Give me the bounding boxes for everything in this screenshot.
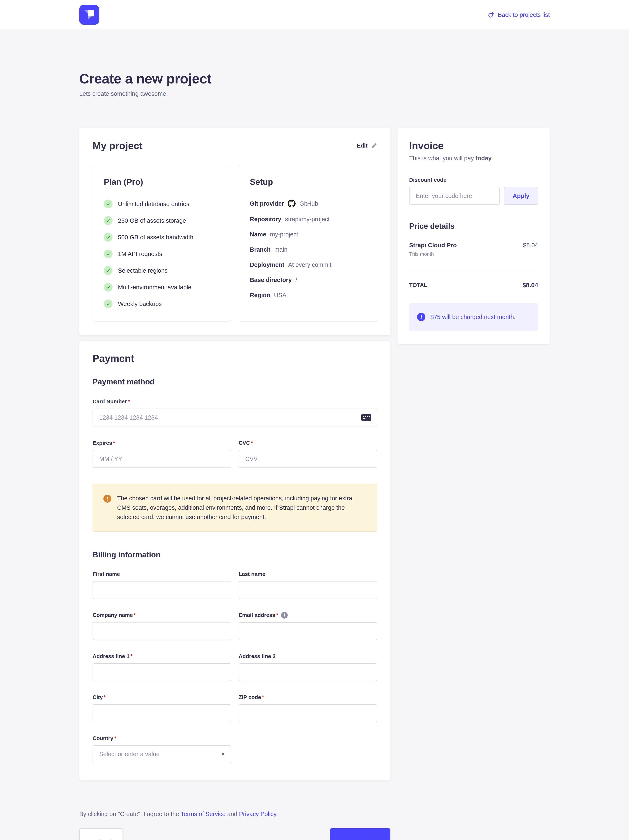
plan-feature-label: Selectable regions (118, 267, 168, 274)
total-label: TOTAL (409, 282, 427, 289)
caret-down-icon: ▾ (222, 751, 224, 758)
total-row: TOTAL $8.04 (409, 282, 538, 289)
billing-field: Address line 2 (238, 653, 377, 681)
pencil-icon (371, 143, 377, 149)
back-to-projects-link[interactable]: Back to projects list (487, 11, 550, 18)
plan-feature-label: Multi-environment available (118, 284, 191, 291)
go-back-button[interactable]: Go back (79, 828, 123, 840)
page-title: Create a new project (79, 71, 550, 87)
billing-field-label-text: City (93, 694, 103, 701)
required-asterisk: * (262, 694, 264, 701)
country-select[interactable]: Select or enter a value ▾ (93, 745, 231, 763)
billing-field-label-text: Company name (93, 612, 133, 618)
billing-input[interactable] (93, 704, 231, 722)
warning-icon: ! (103, 495, 111, 503)
warning-text: The chosen card will be used for all pro… (117, 494, 366, 522)
billing-input[interactable] (238, 704, 377, 722)
setup-value: At every commit (288, 261, 331, 268)
billing-field: ZIP code* (238, 694, 377, 722)
plan-feature: Weekly backups (104, 300, 220, 308)
edit-button-label: Edit (357, 142, 367, 149)
billing-field: City* (93, 694, 231, 722)
country-field: Country* Select or enter a value ▾ (93, 735, 231, 763)
country-select-placeholder: Select or enter a value (99, 751, 159, 758)
info-icon: i (417, 313, 426, 321)
billing-field: Company name* (93, 612, 231, 640)
terms-of-service-link[interactable]: Terms of Service (181, 811, 226, 817)
required-asterisk: * (276, 612, 278, 618)
billing-input[interactable] (238, 581, 377, 599)
strapi-logo-icon (79, 5, 99, 25)
billing-input[interactable] (93, 622, 231, 640)
billing-field-label-text: Email address (238, 612, 275, 618)
check-icon (104, 300, 112, 308)
billing-input[interactable] (238, 663, 377, 681)
required-asterisk: * (131, 653, 132, 660)
setup-value: main (274, 246, 287, 253)
price-details-title: Price details (409, 222, 538, 231)
divider (409, 270, 538, 270)
required-asterisk: * (128, 398, 130, 405)
check-icon (104, 200, 112, 208)
next-month-note: i $75 will be charged next month. (409, 303, 538, 331)
setup-value: / (296, 276, 297, 283)
billing-grid: First name Last name Company name* Email… (93, 571, 377, 763)
info-icon-gray[interactable]: i (281, 612, 288, 619)
setup-row: Name my-project (250, 231, 366, 238)
back-link-label: Back to projects list (498, 11, 550, 18)
check-icon (104, 216, 112, 225)
discount-code-input[interactable] (409, 187, 500, 205)
apply-button[interactable]: Apply (504, 187, 538, 205)
line-item-amount: $8.04 (523, 242, 538, 249)
plan-title: Plan (Pro) (104, 177, 220, 187)
billing-field-label-text: Address line 2 (238, 653, 276, 660)
form-footer: By clicking on "Create", I agree to the … (79, 811, 391, 840)
setup-label: Name (250, 231, 266, 238)
setup-row: Deployment At every commit (250, 261, 366, 268)
required-asterisk: * (113, 440, 115, 446)
billing-field-label: Address line 2 (238, 653, 377, 660)
cvc-label: CVC* (238, 440, 377, 446)
billing-field-label: Email address*i (238, 612, 377, 619)
card-number-input[interactable] (93, 409, 377, 426)
strapi-logo[interactable] (79, 5, 99, 25)
billing-field: Last name (238, 571, 377, 599)
invoice-subtitle: This is what you will pay today (409, 155, 538, 162)
plan-feature-label: 500 GB of assets bandwidth (118, 234, 194, 241)
privacy-policy-link[interactable]: Privacy Policy (239, 811, 276, 817)
total-amount: $8.04 (522, 282, 538, 289)
project-card: My project Edit Plan (Pro) Unlimited dat… (79, 128, 391, 335)
setup-label: Base directory (250, 276, 292, 283)
check-icon (104, 283, 112, 292)
setup-row: Git provider GitHub (250, 200, 366, 207)
card-number-label: Card Number* (93, 398, 377, 405)
note-text: $75 will be charged next month. (430, 314, 515, 321)
setup-row: Repository strapi/my-project (250, 216, 366, 223)
billing-input[interactable] (238, 622, 377, 640)
line-item: Strapi Cloud Pro This month $8.04 (409, 242, 538, 257)
plan-feature: Unlimited database entries (104, 200, 220, 208)
plan-feature-list: Unlimited database entries 250 GB of ass… (104, 200, 220, 308)
billing-field-label-text: Last name (238, 571, 265, 577)
expires-input[interactable] (93, 450, 231, 468)
payment-title: Payment (93, 353, 377, 364)
billing-field: Email address*i (238, 612, 377, 640)
plan-box: Plan (Pro) Unlimited database entries 25… (93, 165, 231, 322)
check-icon (104, 249, 112, 258)
country-label: Country* (93, 735, 231, 742)
billing-input[interactable] (93, 581, 231, 599)
setup-title: Setup (250, 177, 366, 187)
create-project-button[interactable]: Create project (330, 828, 391, 840)
setup-value: my-project (270, 231, 298, 238)
billing-field: First name (93, 571, 231, 599)
plan-feature: Multi-environment available (104, 283, 220, 292)
billing-field-label-text: ZIP code (238, 694, 261, 701)
setup-row: Base directory / (250, 276, 366, 283)
billing-input[interactable] (93, 663, 231, 681)
setup-label: Git provider (250, 200, 284, 207)
plan-feature-label: Unlimited database entries (118, 201, 189, 207)
edit-button[interactable]: Edit (357, 142, 377, 149)
required-asterisk: * (114, 735, 116, 742)
invoice-title: Invoice (409, 140, 538, 152)
cvc-input[interactable] (238, 450, 377, 468)
